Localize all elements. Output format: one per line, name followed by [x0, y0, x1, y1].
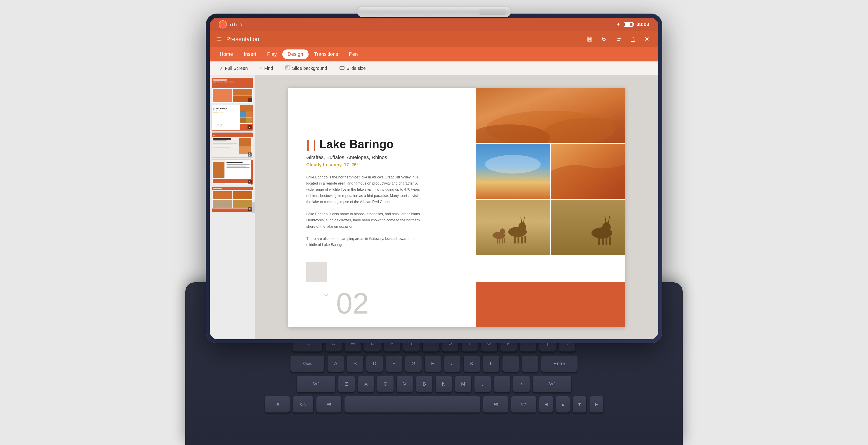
slide-thumb-4[interactable]: 4	[212, 160, 253, 185]
close-button[interactable]: ✕	[643, 35, 651, 44]
slide-thumb-1[interactable]: LOCATION AND SHOOTING LIST	[212, 78, 253, 103]
find-label: Find	[264, 66, 273, 71]
svg-point-10	[485, 155, 541, 173]
key-down[interactable]: ▼	[573, 396, 586, 412]
svg-rect-26	[504, 238, 505, 243]
key-quote[interactable]: '	[522, 355, 538, 372]
key-up[interactable]: ▲	[556, 396, 569, 412]
slide-title: | Lake Baringo	[306, 137, 442, 151]
share-button[interactable]	[628, 34, 638, 44]
status-icons: ☆	[230, 22, 243, 27]
key-c[interactable]: C	[377, 376, 394, 392]
key-k[interactable]: K	[464, 355, 480, 372]
key-l[interactable]: L	[483, 355, 499, 372]
key-ctrl-right[interactable]: Ctrl	[511, 396, 536, 412]
photo-desert-wide	[476, 88, 625, 143]
slide-1-title-text: LOCATION AND SHOOTING LIST	[213, 81, 251, 83]
redo-button[interactable]	[614, 34, 623, 44]
key-j[interactable]: J	[444, 355, 460, 372]
svg-rect-12	[476, 200, 550, 255]
find-button[interactable]: ○ Find	[257, 64, 276, 72]
slide-weather: Cloudy to sunny, 17–26°	[306, 162, 442, 167]
slide-orange-bottom	[476, 282, 625, 327]
fullscreen-label: Full Screen	[225, 66, 248, 71]
menu-design[interactable]: Design	[282, 49, 309, 59]
key-f[interactable]: F	[386, 355, 402, 372]
menu-pen[interactable]: Pen	[344, 49, 363, 59]
key-shift-left[interactable]: Shift	[297, 376, 335, 392]
key-ctrl-left[interactable]: Ctrl	[265, 396, 290, 412]
status-bar: ☆ ✦ 08:08	[210, 18, 658, 31]
key-row-3: Caps A S D F G H J K L ; ' Enter	[199, 355, 669, 372]
key-comma[interactable]: ,	[474, 376, 491, 392]
key-caps[interactable]: Caps	[290, 355, 324, 372]
svg-rect-4	[340, 66, 344, 70]
slide-panel-collapse[interactable]: ›	[252, 202, 255, 213]
svg-point-14	[519, 222, 526, 231]
key-period[interactable]: .	[494, 376, 510, 392]
hamburger-icon[interactable]: ☰	[217, 36, 222, 43]
slide-canvas: | Lake Baringo Giraffes, Buffalos, Antel…	[255, 75, 658, 339]
tablet-screen: ☆ ✦ 08:08 ☰ Presentation	[210, 18, 658, 339]
slide-size-button[interactable]: Slide size	[337, 64, 369, 73]
svg-rect-23	[497, 238, 498, 243]
svg-rect-17	[521, 237, 523, 243]
slide-thumb-3[interactable]: 03	[212, 132, 253, 158]
slide-thumb-2[interactable]: | Lake Baringo Giraffes, Buffalos... Clo…	[212, 105, 253, 131]
status-right: ✦ 08:08	[616, 22, 649, 27]
slide-bg-button[interactable]: Slide background	[283, 64, 330, 73]
key-slash[interactable]: /	[513, 376, 530, 392]
main-area: LOCATION AND SHOOTING LIST	[210, 75, 658, 339]
photo-sky-sand	[476, 144, 550, 199]
svg-rect-24	[499, 238, 500, 243]
menu-insert[interactable]: Insert	[239, 49, 262, 59]
save-button[interactable]	[585, 34, 594, 44]
key-d[interactable]: D	[366, 355, 383, 372]
key-s[interactable]: S	[347, 355, 363, 372]
fullscreen-button[interactable]: ⤢ Full Screen	[217, 64, 250, 72]
menu-play[interactable]: Play	[262, 49, 282, 59]
key-enter[interactable]: Enter	[541, 355, 578, 372]
svg-rect-31	[602, 238, 604, 245]
key-z[interactable]: Z	[338, 376, 355, 392]
slide-bg-icon	[285, 65, 290, 72]
photo-antelope-right	[551, 200, 625, 255]
key-space[interactable]	[344, 396, 480, 412]
time-display: 08:08	[637, 22, 649, 27]
key-n[interactable]: N	[436, 376, 452, 392]
key-alt-left[interactable]: Alt	[316, 396, 341, 412]
menu-transitions[interactable]: Transitions	[309, 49, 344, 59]
slide-1-content	[212, 88, 253, 103]
menu-home[interactable]: Home	[214, 49, 239, 59]
slide-number-1: 1	[248, 98, 252, 102]
slide-bg-label: Slide background	[292, 66, 327, 71]
battery-fill	[625, 23, 630, 26]
slide-thumb-5[interactable]: 5	[212, 186, 253, 212]
photo-antelope-left	[476, 200, 550, 255]
key-fn[interactable]: Q/◌	[293, 396, 313, 412]
key-g[interactable]: G	[405, 355, 422, 372]
undo-button[interactable]	[599, 34, 609, 44]
photo-sand	[551, 144, 625, 199]
key-h[interactable]: H	[425, 355, 441, 372]
avatar	[219, 20, 227, 29]
key-b[interactable]: B	[416, 376, 432, 392]
app-titlebar: ☰ Presentation	[210, 31, 658, 47]
key-alt-right[interactable]: Alt	[483, 396, 508, 412]
stylus	[357, 7, 511, 17]
key-x[interactable]: X	[358, 376, 374, 392]
key-shift-right[interactable]: Shift	[533, 376, 571, 392]
key-v[interactable]: V	[397, 376, 413, 392]
key-m[interactable]: M	[455, 376, 471, 392]
key-left[interactable]: ◄	[539, 396, 553, 412]
key-semicolon[interactable]: ;	[502, 355, 519, 372]
slide-5-preview	[212, 187, 253, 212]
key-right[interactable]: ►	[590, 396, 603, 412]
svg-point-29	[602, 222, 611, 232]
slide-number-3: 3	[248, 152, 252, 157]
wifi-icon: ☆	[239, 22, 243, 27]
key-row-4: Shift Z X C V B N M , . / Shift	[199, 376, 669, 392]
key-a[interactable]: A	[328, 355, 344, 372]
slide-2-preview: | Lake Baringo Giraffes, Buffalos... Clo…	[212, 105, 252, 130]
slide-4-preview	[212, 160, 253, 184]
